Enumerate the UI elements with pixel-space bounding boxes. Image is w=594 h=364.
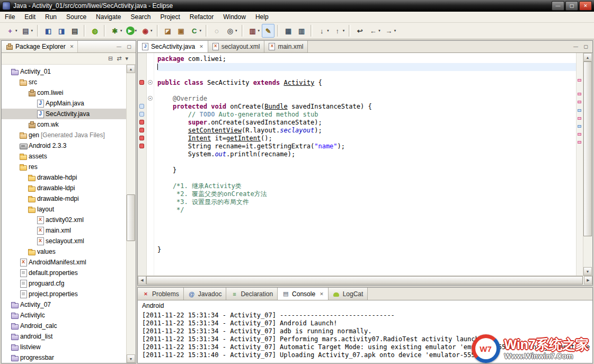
tree-item-gen[interactable]: gen [Generated Java Files] bbox=[2, 130, 136, 140]
code-line[interactable] bbox=[157, 222, 576, 230]
search-button[interactable]: ◎▾ bbox=[224, 24, 239, 38]
tree-item-res[interactable]: res bbox=[2, 162, 136, 172]
editor-tab-secactivity-java[interactable]: SecActivity.java✕ bbox=[138, 41, 208, 52]
link-with-editor-icon[interactable]: ⇄ bbox=[117, 55, 121, 62]
pink-overview-marker[interactable] bbox=[578, 79, 581, 82]
scroll-up-icon[interactable]: ▲ bbox=[127, 65, 135, 73]
code-line[interactable] bbox=[157, 238, 576, 246]
coverage-button[interactable]: ▥▾ bbox=[246, 24, 262, 38]
close-tab-icon[interactable]: ✕ bbox=[199, 44, 203, 49]
tree-item-project-properties[interactable]: project.properties bbox=[2, 289, 136, 299]
new-class-button[interactable]: C▾ bbox=[188, 24, 203, 38]
menu-file[interactable]: File bbox=[0, 12, 20, 22]
code-line[interactable]: String recname=it.getStringExtra("name")… bbox=[157, 143, 576, 150]
code-line[interactable] bbox=[157, 214, 576, 222]
run-button[interactable]: ▶▾ bbox=[125, 24, 139, 38]
editor-tab-main-xml[interactable]: main.xml bbox=[264, 41, 308, 52]
code-line[interactable]: setContentView(R.layout.seclayout); bbox=[157, 127, 576, 135]
minimize-editor-button[interactable]: — bbox=[571, 43, 580, 51]
collapse-arrow-icon[interactable] bbox=[22, 207, 26, 211]
minimize-button[interactable]: — bbox=[552, 1, 564, 11]
red-marker-icon[interactable] bbox=[139, 128, 144, 132]
back-dropdown-icon[interactable]: ▾ bbox=[378, 29, 380, 33]
tree-item-drawable-ldpi[interactable]: drawable-ldpi bbox=[2, 183, 136, 193]
scroll-up-icon[interactable]: ▲ bbox=[583, 53, 592, 61]
code-line[interactable]: super.onCreate(savedInstanceState); bbox=[157, 119, 576, 127]
code-line[interactable]: *3. 设置显示的布局文件 bbox=[157, 198, 576, 206]
menu-search[interactable]: Search bbox=[126, 12, 155, 22]
toggle-mark-occurrences-button[interactable]: ✎ bbox=[262, 24, 274, 38]
code-line[interactable]: public class SecActivity extends Activit… bbox=[157, 79, 576, 87]
code-line[interactable]: */ bbox=[157, 206, 576, 214]
android-sdk-manager-button[interactable]: ◍ bbox=[88, 24, 101, 38]
code-line[interactable]: /*1. 继承Activity类 bbox=[157, 182, 576, 190]
search-dropdown-icon[interactable]: ▾ bbox=[235, 29, 237, 33]
menu-source[interactable]: Source bbox=[61, 12, 91, 22]
menu-run[interactable]: Run bbox=[40, 12, 61, 22]
maximize-view-button[interactable]: ▢ bbox=[125, 43, 134, 51]
view-tab-logcat[interactable]: LogCat bbox=[329, 288, 368, 300]
code-line[interactable]: @Override bbox=[157, 95, 576, 103]
tree-item-values[interactable]: values bbox=[2, 246, 136, 257]
tree-item-proguard-cfg[interactable]: proguard.cfg bbox=[2, 278, 136, 289]
blue-overview-marker[interactable] bbox=[578, 125, 581, 128]
coverage-dropdown-icon[interactable]: ▾ bbox=[258, 29, 260, 33]
code-line[interactable] bbox=[157, 174, 576, 182]
scroll-left-icon[interactable]: ◀ bbox=[138, 276, 146, 285]
new-package-button[interactable]: ▣ bbox=[175, 24, 188, 38]
tree-item-drawable-hdpi[interactable]: drawable-hdpi bbox=[2, 172, 136, 183]
new-wizard-dropdown-icon[interactable]: ▾ bbox=[15, 29, 17, 33]
scroll-right-icon[interactable]: ▶ bbox=[584, 276, 592, 285]
new-class-dropdown-icon[interactable]: ▾ bbox=[200, 29, 202, 33]
collapse-arrow-icon[interactable] bbox=[22, 90, 26, 95]
pink-overview-marker[interactable] bbox=[578, 141, 581, 144]
show-view-table-button[interactable]: ▦ bbox=[282, 24, 295, 38]
debug-dropdown-icon[interactable]: ▾ bbox=[120, 29, 122, 33]
view-menu-icon[interactable]: ▾ bbox=[125, 55, 128, 62]
tree-item-androidmanifest-xml[interactable]: AndroidManifest.xml bbox=[2, 257, 136, 268]
fold-collapse-icon[interactable]: - bbox=[148, 96, 153, 101]
tree-item-activity02-xml[interactable]: activity02.xml bbox=[2, 215, 136, 225]
code-line[interactable]: } bbox=[157, 166, 576, 174]
code-line[interactable]: package com.liwei; bbox=[157, 55, 576, 63]
blue-overview-marker[interactable] bbox=[578, 109, 581, 112]
tree-item-default-properties[interactable]: default.properties bbox=[2, 268, 136, 278]
close-tab-icon[interactable]: ✕ bbox=[320, 291, 324, 297]
editor-tab-seclayout-xml[interactable]: seclayout.xml bbox=[208, 41, 265, 52]
debug-button[interactable]: ✱▾ bbox=[109, 24, 124, 38]
menu-navigate[interactable]: Navigate bbox=[91, 12, 126, 22]
tree-scroll-thumb[interactable] bbox=[127, 194, 135, 241]
forward-button[interactable]: →▾ bbox=[383, 24, 398, 38]
code-area[interactable]: package com.liwei;public class SecActivi… bbox=[154, 53, 576, 276]
next-annotation-button[interactable]: ↓▾ bbox=[315, 24, 331, 38]
run-dropdown-icon[interactable]: ▾ bbox=[135, 29, 137, 33]
scroll-down-icon[interactable]: ▼ bbox=[127, 354, 135, 363]
code-line[interactable]: protected void onCreate(Bundle savedInst… bbox=[157, 103, 576, 111]
tree-item-com-wk[interactable]: com.wk bbox=[2, 119, 136, 130]
tree-item-drawable-mdpi[interactable]: drawable-mdpi bbox=[2, 193, 136, 204]
tree-item-src[interactable]: src bbox=[2, 77, 136, 87]
tree-item-listview[interactable]: listview bbox=[2, 342, 136, 352]
menu-refactor[interactable]: Refactor bbox=[185, 12, 218, 22]
new-menu-dropdown-icon[interactable]: ▾ bbox=[31, 29, 33, 33]
open-type-button[interactable]: ◌ bbox=[210, 24, 223, 38]
code-line[interactable] bbox=[157, 63, 576, 71]
pink-overview-marker[interactable] bbox=[578, 101, 581, 103]
code-line[interactable]: Intent it=getIntent(); bbox=[157, 135, 576, 143]
editor-hscroll-thumb[interactable] bbox=[146, 276, 583, 285]
collapse-all-icon[interactable]: ⊟ bbox=[108, 55, 113, 62]
menu-project[interactable]: Project bbox=[155, 12, 184, 22]
maximize-button[interactable]: ▢ bbox=[565, 1, 578, 11]
tree-item-secactivity-java[interactable]: SecActivity.java bbox=[2, 109, 136, 119]
external-tools-dropdown-icon[interactable]: ▾ bbox=[150, 29, 153, 33]
code-line[interactable] bbox=[157, 230, 576, 238]
forward-dropdown-icon[interactable]: ▾ bbox=[394, 29, 396, 33]
red-marker-icon[interactable] bbox=[139, 120, 144, 125]
back-button[interactable]: ←▾ bbox=[367, 24, 382, 38]
package-explorer-tab[interactable]: Package Explorer ✕ bbox=[2, 41, 78, 52]
save-all-button[interactable]: ◨ bbox=[55, 24, 68, 38]
red-marker-icon[interactable] bbox=[139, 80, 144, 85]
tree-item-layout[interactable]: layout bbox=[2, 204, 136, 215]
red-marker-icon[interactable] bbox=[139, 144, 144, 148]
view-tab-problems[interactable]: Problems bbox=[138, 288, 184, 300]
